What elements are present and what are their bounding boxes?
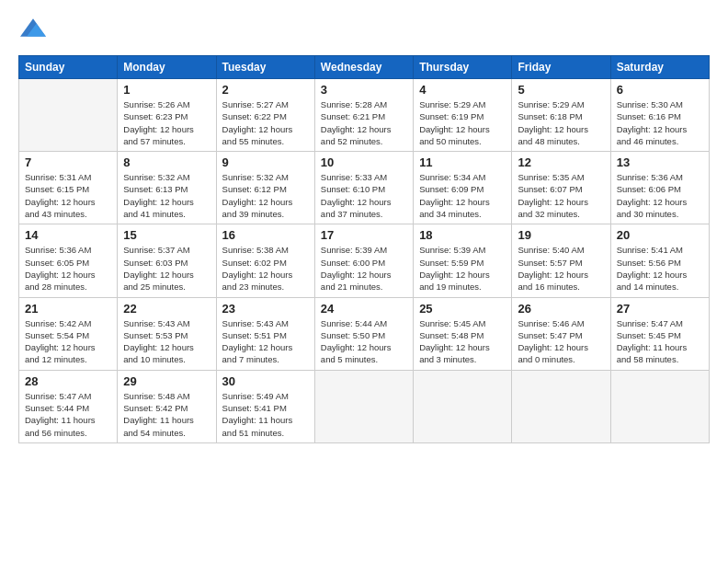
day-cell: 30Sunrise: 5:49 AMSunset: 5:41 PMDayligh… (216, 370, 314, 442)
day-cell: 2Sunrise: 5:27 AMSunset: 6:22 PMDaylight… (216, 79, 314, 152)
week-row-5: 28Sunrise: 5:47 AMSunset: 5:44 PMDayligh… (19, 370, 710, 442)
day-number: 15 (123, 228, 210, 242)
header (18, 15, 710, 44)
day-cell: 21Sunrise: 5:42 AMSunset: 5:54 PMDayligh… (19, 297, 118, 370)
day-cell: 23Sunrise: 5:43 AMSunset: 5:51 PMDayligh… (216, 297, 314, 370)
day-cell: 6Sunrise: 5:30 AMSunset: 6:16 PMDaylight… (610, 79, 709, 152)
day-cell (610, 370, 709, 442)
day-number: 29 (123, 374, 210, 388)
day-info: Sunrise: 5:39 AMSunset: 5:59 PMDaylight:… (419, 244, 506, 293)
day-number: 25 (419, 302, 506, 316)
logo (18, 15, 46, 44)
day-number: 18 (419, 228, 506, 242)
day-info: Sunrise: 5:49 AMSunset: 5:41 PMDaylight:… (222, 390, 309, 439)
day-number: 26 (518, 302, 604, 316)
day-cell: 18Sunrise: 5:39 AMSunset: 5:59 PMDayligh… (414, 224, 512, 297)
day-number: 20 (617, 228, 703, 242)
day-cell: 7Sunrise: 5:31 AMSunset: 6:15 PMDaylight… (19, 152, 118, 224)
day-number: 30 (222, 374, 309, 388)
day-info: Sunrise: 5:27 AMSunset: 6:22 PMDaylight:… (222, 98, 309, 147)
day-info: Sunrise: 5:29 AMSunset: 6:19 PMDaylight:… (419, 98, 506, 147)
day-info: Sunrise: 5:45 AMSunset: 5:48 PMDaylight:… (419, 317, 506, 366)
weekday-header-monday: Monday (118, 56, 216, 79)
day-info: Sunrise: 5:43 AMSunset: 5:51 PMDaylight:… (222, 317, 309, 366)
day-cell: 11Sunrise: 5:34 AMSunset: 6:09 PMDayligh… (414, 152, 512, 224)
weekday-header-row: SundayMondayTuesdayWednesdayThursdayFrid… (19, 56, 710, 79)
day-cell: 1Sunrise: 5:26 AMSunset: 6:23 PMDaylight… (118, 79, 216, 152)
day-number: 11 (419, 155, 506, 169)
day-info: Sunrise: 5:34 AMSunset: 6:09 PMDaylight:… (419, 171, 506, 220)
day-info: Sunrise: 5:48 AMSunset: 5:42 PMDaylight:… (123, 390, 210, 439)
day-number: 2 (222, 83, 309, 97)
day-info: Sunrise: 5:39 AMSunset: 6:00 PMDaylight:… (321, 244, 407, 293)
logo-icon (20, 15, 46, 40)
day-info: Sunrise: 5:32 AMSunset: 6:12 PMDaylight:… (222, 171, 309, 220)
day-number: 9 (222, 155, 309, 169)
day-number: 5 (518, 83, 604, 97)
day-info: Sunrise: 5:30 AMSunset: 6:16 PMDaylight:… (617, 98, 703, 147)
day-number: 19 (518, 228, 604, 242)
day-number: 28 (25, 374, 111, 388)
day-cell (19, 79, 118, 152)
weekday-header-friday: Friday (512, 56, 610, 79)
day-info: Sunrise: 5:38 AMSunset: 6:02 PMDaylight:… (222, 244, 309, 293)
day-cell: 25Sunrise: 5:45 AMSunset: 5:48 PMDayligh… (414, 297, 512, 370)
weekday-header-tuesday: Tuesday (216, 56, 314, 79)
day-cell: 20Sunrise: 5:41 AMSunset: 5:56 PMDayligh… (610, 224, 709, 297)
day-info: Sunrise: 5:46 AMSunset: 5:47 PMDaylight:… (518, 317, 604, 366)
day-number: 14 (25, 228, 111, 242)
day-cell: 3Sunrise: 5:28 AMSunset: 6:21 PMDaylight… (314, 79, 413, 152)
day-info: Sunrise: 5:37 AMSunset: 6:03 PMDaylight:… (123, 244, 210, 293)
week-row-4: 21Sunrise: 5:42 AMSunset: 5:54 PMDayligh… (19, 297, 710, 370)
day-number: 27 (617, 302, 703, 316)
day-number: 23 (222, 302, 309, 316)
day-number: 10 (321, 155, 407, 169)
day-number: 17 (321, 228, 407, 242)
weekday-header-sunday: Sunday (19, 56, 118, 79)
day-cell: 16Sunrise: 5:38 AMSunset: 6:02 PMDayligh… (216, 224, 314, 297)
day-number: 21 (25, 302, 111, 316)
day-number: 3 (321, 83, 407, 97)
calendar-table: SundayMondayTuesdayWednesdayThursdayFrid… (18, 55, 710, 443)
day-number: 22 (123, 302, 210, 316)
day-info: Sunrise: 5:41 AMSunset: 5:56 PMDaylight:… (617, 244, 703, 293)
day-cell: 12Sunrise: 5:35 AMSunset: 6:07 PMDayligh… (512, 152, 610, 224)
week-row-1: 1Sunrise: 5:26 AMSunset: 6:23 PMDaylight… (19, 79, 710, 152)
weekday-header-saturday: Saturday (610, 56, 709, 79)
weekday-header-wednesday: Wednesday (314, 56, 413, 79)
day-number: 8 (123, 155, 210, 169)
day-info: Sunrise: 5:40 AMSunset: 5:57 PMDaylight:… (518, 244, 604, 293)
weekday-header-thursday: Thursday (414, 56, 512, 79)
day-cell: 29Sunrise: 5:48 AMSunset: 5:42 PMDayligh… (118, 370, 216, 442)
week-row-3: 14Sunrise: 5:36 AMSunset: 6:05 PMDayligh… (19, 224, 710, 297)
day-info: Sunrise: 5:44 AMSunset: 5:50 PMDaylight:… (321, 317, 407, 366)
day-info: Sunrise: 5:43 AMSunset: 5:53 PMDaylight:… (123, 317, 210, 366)
day-info: Sunrise: 5:35 AMSunset: 6:07 PMDaylight:… (518, 171, 604, 220)
day-info: Sunrise: 5:32 AMSunset: 6:13 PMDaylight:… (123, 171, 210, 220)
day-info: Sunrise: 5:33 AMSunset: 6:10 PMDaylight:… (321, 171, 407, 220)
day-info: Sunrise: 5:47 AMSunset: 5:44 PMDaylight:… (25, 390, 111, 439)
day-info: Sunrise: 5:26 AMSunset: 6:23 PMDaylight:… (123, 98, 210, 147)
day-number: 12 (518, 155, 604, 169)
day-info: Sunrise: 5:47 AMSunset: 5:45 PMDaylight:… (617, 317, 703, 366)
day-cell: 24Sunrise: 5:44 AMSunset: 5:50 PMDayligh… (314, 297, 413, 370)
day-number: 13 (617, 155, 703, 169)
day-cell: 27Sunrise: 5:47 AMSunset: 5:45 PMDayligh… (610, 297, 709, 370)
day-cell: 8Sunrise: 5:32 AMSunset: 6:13 PMDaylight… (118, 152, 216, 224)
day-cell: 10Sunrise: 5:33 AMSunset: 6:10 PMDayligh… (314, 152, 413, 224)
day-info: Sunrise: 5:36 AMSunset: 6:05 PMDaylight:… (25, 244, 111, 293)
day-info: Sunrise: 5:31 AMSunset: 6:15 PMDaylight:… (25, 171, 111, 220)
day-cell (414, 370, 512, 442)
day-cell: 22Sunrise: 5:43 AMSunset: 5:53 PMDayligh… (118, 297, 216, 370)
day-cell (512, 370, 610, 442)
day-cell: 15Sunrise: 5:37 AMSunset: 6:03 PMDayligh… (118, 224, 216, 297)
day-cell: 28Sunrise: 5:47 AMSunset: 5:44 PMDayligh… (19, 370, 118, 442)
day-cell: 14Sunrise: 5:36 AMSunset: 6:05 PMDayligh… (19, 224, 118, 297)
day-info: Sunrise: 5:29 AMSunset: 6:18 PMDaylight:… (518, 98, 604, 147)
day-number: 4 (419, 83, 506, 97)
day-cell: 26Sunrise: 5:46 AMSunset: 5:47 PMDayligh… (512, 297, 610, 370)
day-cell (314, 370, 413, 442)
day-cell: 19Sunrise: 5:40 AMSunset: 5:57 PMDayligh… (512, 224, 610, 297)
day-info: Sunrise: 5:36 AMSunset: 6:06 PMDaylight:… (617, 171, 703, 220)
day-cell: 17Sunrise: 5:39 AMSunset: 6:00 PMDayligh… (314, 224, 413, 297)
